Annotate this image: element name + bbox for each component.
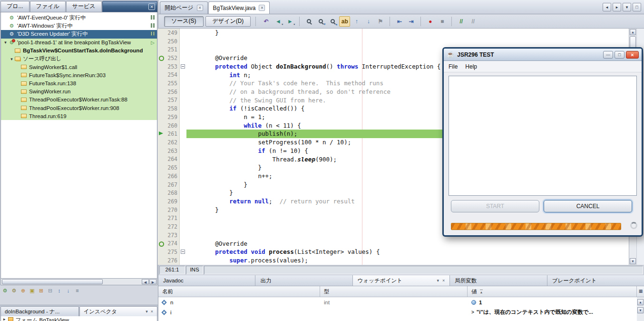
gutter-line[interactable]: 265: [158, 163, 179, 172]
gutter-glyph[interactable]: [158, 181, 165, 189]
gutter-line[interactable]: 257: [158, 96, 179, 105]
forward-icon[interactable]: ►▾: [284, 16, 295, 27]
bottom-panel-tab[interactable]: ウォッチポイント▾×: [353, 275, 450, 286]
gutter-glyph[interactable]: [158, 37, 165, 46]
shift-right-icon[interactable]: ⇥: [406, 16, 417, 27]
tree-row[interactable]: SwingWorker.run: [1, 88, 157, 96]
minimize-icon[interactable]: ▾: [437, 278, 439, 283]
gutter-glyph[interactable]: [158, 231, 165, 240]
gutter-glyph[interactable]: [158, 113, 165, 121]
code-line[interactable]: super.process(values);: [186, 256, 629, 265]
code-line[interactable]: [186, 37, 629, 46]
override-icon[interactable]: [158, 54, 165, 62]
step-icon[interactable]: ↓: [64, 287, 72, 294]
source-view-button[interactable]: ソース(S): [164, 16, 204, 27]
gutter-line[interactable]: 271: [158, 214, 179, 222]
gutter-glyph[interactable]: [158, 121, 165, 130]
gutter-glyph[interactable]: [158, 206, 165, 214]
scroll-tabs-right-button[interactable]: ▸: [613, 3, 621, 11]
watch-name-cell[interactable]: n: [158, 297, 320, 307]
gutter-glyph[interactable]: [158, 147, 165, 155]
record-macro-icon[interactable]: ●: [425, 16, 436, 27]
menu-item[interactable]: Help: [465, 63, 477, 70]
stop-macro-icon[interactable]: ■: [437, 16, 448, 27]
scroll-up-button[interactable]: ▲: [630, 29, 636, 35]
gutter-line[interactable]: 260: [158, 121, 179, 130]
sessions-icon[interactable]: ⚙: [10, 287, 18, 294]
scrollbar-thumb[interactable]: [2, 279, 103, 284]
output-list[interactable]: [449, 76, 637, 196]
find-next-icon[interactable]: ▾: [315, 16, 326, 27]
gears-icon[interactable]: ⚙: [1, 287, 9, 294]
gutter-glyph[interactable]: [158, 71, 165, 80]
expand-handle-icon[interactable]: ▸: [3, 317, 6, 321]
dock-tab[interactable]: ファイル: [30, 1, 66, 12]
tree-row[interactable]: FutureTask.run:138: [1, 80, 157, 88]
tree-row[interactable]: SwingWorker$1.call: [1, 63, 157, 71]
gutter-glyph[interactable]: [158, 79, 165, 88]
override-icon[interactable]: [158, 240, 165, 248]
gutter-glyph[interactable]: [158, 214, 165, 222]
gutter-line[interactable]: 261: [158, 130, 179, 138]
menu-item[interactable]: File: [449, 63, 458, 70]
previous-bookmark-icon[interactable]: ↑: [351, 16, 362, 27]
tree-row[interactable]: 'D3D Screen Updater' 実行中: [1, 30, 157, 38]
watch-name-cell[interactable]: i: [158, 307, 320, 317]
scroll-right-button[interactable]: ▶: [149, 279, 156, 284]
gutter-glyph[interactable]: [158, 104, 165, 113]
gutter-line[interactable]: 255: [158, 79, 179, 88]
uncomment-icon[interactable]: //: [468, 16, 478, 27]
left-dock-active-tab[interactable]: ×: [102, 1, 157, 12]
editor-gutter[interactable]: 2492502512522532542552562572582592602612…: [158, 29, 180, 265]
gutter-glyph[interactable]: [158, 62, 165, 71]
gutter-line[interactable]: 267: [158, 181, 179, 189]
comment-icon[interactable]: //: [456, 16, 467, 27]
resume-badge-icon[interactable]: ▷: [151, 40, 155, 45]
bottom-panel-tab[interactable]: 出力: [255, 275, 352, 286]
bottom-panel-tab[interactable]: ブレークポイント: [547, 275, 644, 286]
tree-row[interactable]: BgTaskView$CountStartTask.doInBackground: [1, 47, 157, 55]
tree-row[interactable]: FutureTask$Sync.innerRun:303: [1, 71, 157, 79]
shift-left-icon[interactable]: ⇤: [394, 16, 405, 27]
expand-handle-icon[interactable]: ▾: [2, 40, 9, 45]
gutter-line[interactable]: 258: [158, 104, 179, 113]
gutter-line[interactable]: 269: [158, 197, 179, 206]
close-icon[interactable]: ×: [151, 309, 153, 314]
gutter-glyph[interactable]: [158, 138, 165, 147]
last-edit-icon[interactable]: ↶: [261, 16, 272, 27]
code-line[interactable]: @Override: [186, 240, 629, 248]
deadlock-check-icon[interactable]: ⊕: [19, 287, 27, 294]
tree-row[interactable]: ▾'pool-1-thread-1' at line breakpoint Bg…: [1, 39, 157, 47]
find-previous-icon[interactable]: ▴: [327, 16, 338, 27]
tree-horizontal-scrollbar[interactable]: ◀ ▶: [0, 278, 157, 285]
dialog-titlebar[interactable]: ☕ JSR296 TEST —□×: [444, 49, 642, 61]
gutter-line[interactable]: 268: [158, 189, 179, 197]
gutter-line[interactable]: 270: [158, 206, 179, 214]
watch-value-cell[interactable]: >"i"は、現在のコンテキスト内で既知の変数で...: [468, 307, 637, 317]
inspector-root-label[interactable]: フォーム BgTaskView: [16, 317, 69, 321]
sort-icon[interactable]: ↕: [55, 287, 63, 294]
expand-handle-icon[interactable]: ▾: [9, 57, 15, 61]
close-button[interactable]: ×: [626, 51, 639, 59]
table-options-button[interactable]: ▦: [637, 286, 644, 297]
gutter-line[interactable]: 252: [158, 54, 179, 62]
tab-list-button[interactable]: ▾: [623, 3, 631, 11]
current-line-arrow-icon[interactable]: [158, 130, 165, 138]
gutter-line[interactable]: 256: [158, 88, 179, 96]
dock-tab[interactable]: サービス: [66, 1, 102, 12]
scroll-down-button[interactable]: ▼: [637, 307, 644, 313]
editor-tab[interactable]: BgTaskView.java×: [208, 1, 270, 14]
gutter-glyph[interactable]: [158, 189, 165, 197]
column-header[interactable]: 型: [320, 286, 468, 297]
gutter-line[interactable]: 251: [158, 45, 179, 54]
pause-badge-icon[interactable]: [151, 23, 155, 28]
gutter-line[interactable]: 275: [158, 248, 179, 256]
grid-add-icon[interactable]: ⊞: [37, 287, 45, 294]
gutter-glyph[interactable]: [158, 29, 165, 37]
list-icon[interactable]: ≡: [73, 287, 81, 294]
close-icon[interactable]: ×: [442, 278, 445, 283]
find-selection-icon[interactable]: [303, 16, 314, 27]
gutter-glyph[interactable]: [158, 197, 165, 206]
next-bookmark-icon[interactable]: ↓: [363, 16, 374, 27]
gutter-glyph[interactable]: [158, 155, 165, 164]
